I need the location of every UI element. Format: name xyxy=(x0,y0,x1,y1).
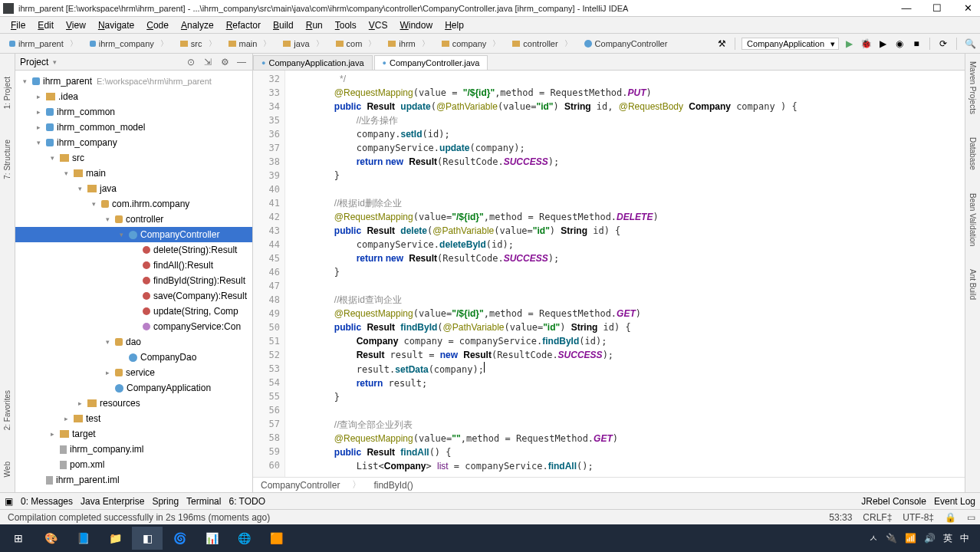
breadcrumb-item[interactable]: ihrm_parent xyxy=(3,37,84,51)
file-encoding[interactable]: UTF-8‡ xyxy=(903,512,934,523)
tree-node-findall---result[interactable]: findAll():Result xyxy=(15,258,252,273)
stop-button[interactable]: ■ xyxy=(909,37,923,51)
run-button[interactable]: ▶ xyxy=(842,37,856,51)
breadcrumb-item[interactable]: java xyxy=(277,37,329,51)
search-everywhere-button[interactable]: 🔍 xyxy=(963,37,977,51)
crumb-class[interactable]: CompanyController xyxy=(261,480,340,491)
update-button[interactable]: ⟳ xyxy=(936,37,950,51)
tree-node-ihrm-company[interactable]: ▾ihrm_company xyxy=(15,135,252,150)
menu-refactor[interactable]: Refactor xyxy=(220,18,267,32)
tool-window-quick-access-icon[interactable]: ▣ xyxy=(5,496,13,507)
tree-node-service[interactable]: ▸service xyxy=(15,365,252,380)
taskbar-app[interactable]: 📘 xyxy=(67,527,98,550)
code-editor[interactable]: */ @RequestMapping(value = "/${id}",meth… xyxy=(285,71,965,477)
tree-node-test[interactable]: ▸test xyxy=(15,411,252,426)
tree-node-companyservice-con[interactable]: companyService:Con xyxy=(15,319,252,334)
crumb-method[interactable]: findById() xyxy=(373,480,413,491)
tree-node-com-ihrm-company[interactable]: ▾com.ihrm.company xyxy=(15,196,252,212)
taskbar-app[interactable]: 🟧 xyxy=(261,527,291,550)
editor-tab[interactable]: ●CompanyController.java xyxy=(374,55,488,70)
menu-vcs[interactable]: VCS xyxy=(363,18,394,32)
settings-icon[interactable]: ⚙ xyxy=(219,56,231,68)
tool-database[interactable]: Database xyxy=(968,137,977,170)
insert-mode-icon[interactable]: 🔒 xyxy=(945,512,956,523)
taskbar-app[interactable]: 📊 xyxy=(196,527,227,550)
bottom-tool-todo[interactable]: 6: TODO xyxy=(229,496,265,507)
menu-code[interactable]: Code xyxy=(140,18,175,32)
tree-node-main[interactable]: ▾main xyxy=(15,166,252,181)
menu-build[interactable]: Build xyxy=(267,18,300,32)
tree-node-update-string--comp[interactable]: update(String, Comp xyxy=(15,304,252,319)
tree-node-target[interactable]: ▸target xyxy=(15,426,252,442)
taskbar-app[interactable]: 🌀 xyxy=(164,527,195,550)
tree-node-pom-xml[interactable]: pom.xml xyxy=(15,457,252,472)
tool-bean-validation[interactable]: Bean Validation xyxy=(968,193,977,246)
breadcrumb-item[interactable]: com xyxy=(330,37,383,51)
tree-node-dao[interactable]: ▾dao xyxy=(15,334,252,350)
collapse-all-icon[interactable]: ⇲ xyxy=(202,56,214,68)
menu-analyze[interactable]: Analyze xyxy=(175,18,220,32)
hide-icon[interactable]: — xyxy=(235,56,248,68)
run-configuration-selector[interactable]: CompanyApplication xyxy=(742,38,839,50)
caret-position[interactable]: 53:33 xyxy=(829,512,852,523)
breadcrumb-item[interactable]: controller xyxy=(506,37,577,51)
line-separator[interactable]: CRLF‡ xyxy=(863,512,892,523)
profile-button[interactable]: ◉ xyxy=(893,37,906,51)
tree-node-companycontroller[interactable]: ▾CompanyController xyxy=(15,227,252,242)
tool-favorites[interactable]: 2: Favorites xyxy=(3,390,12,430)
memory-indicator-icon[interactable]: ▭ xyxy=(967,512,975,523)
tree-node-controller[interactable]: ▾controller xyxy=(15,212,252,227)
tool-maven[interactable]: Maven Projects xyxy=(968,61,977,114)
system-tray[interactable]: ㅅ🔌📶🔊英中 xyxy=(869,532,977,545)
bottom-tool-javaenterprise[interactable]: Java Enterprise xyxy=(81,496,144,507)
breadcrumb-item[interactable]: ihrm_company xyxy=(84,37,174,51)
tree-node-resources[interactable]: ▸resources xyxy=(15,396,252,411)
taskbar-app-intellij[interactable]: ◧ xyxy=(132,527,163,550)
tool-ant-build[interactable]: Ant Build xyxy=(968,269,977,300)
tree-node-delete-string--result[interactable]: delete(String):Result xyxy=(15,242,252,258)
bottom-tool-spring[interactable]: Spring xyxy=(152,496,179,507)
menu-navigate[interactable]: Navigate xyxy=(92,18,140,32)
menu-file[interactable]: File xyxy=(5,18,31,32)
tree-node-ihrm-common[interactable]: ▸ihrm_common xyxy=(15,104,252,120)
taskbar-app[interactable]: 📁 xyxy=(100,527,130,550)
tree-node-save-company--result[interactable]: save(Company):Result xyxy=(15,288,252,304)
taskbar-app[interactable]: 🌐 xyxy=(229,527,259,550)
menu-window[interactable]: Window xyxy=(393,18,439,32)
build-icon[interactable]: ⚒ xyxy=(715,37,728,51)
breadcrumb-item[interactable]: ihrm xyxy=(382,37,435,51)
menu-tools[interactable]: Tools xyxy=(329,18,363,32)
tree-node-ihrm-common-model[interactable]: ▸ihrm_common_model xyxy=(15,120,252,135)
tree-node-companyapplication[interactable]: CompanyApplication xyxy=(15,380,252,396)
close-button[interactable]: ✕ xyxy=(959,2,977,15)
editor-tab[interactable]: ●CompanyApplication.java xyxy=(253,55,373,70)
tree-node-java[interactable]: ▾java xyxy=(15,181,252,196)
tree-node-companydao[interactable]: CompanyDao xyxy=(15,350,252,365)
breadcrumb-item[interactable]: company xyxy=(436,37,507,51)
tree-node-src[interactable]: ▾src xyxy=(15,150,252,166)
tree-node-ihrm-parent-iml[interactable]: ihrm_parent.iml xyxy=(15,472,252,488)
breadcrumb-item[interactable]: src xyxy=(174,37,222,51)
tree-node-ihrm-parent[interactable]: ▾ihrm_parentE:\workspace\hrm\ihrm_parent xyxy=(15,74,252,89)
tree-node--idea[interactable]: ▸.idea xyxy=(15,89,252,104)
menu-help[interactable]: Help xyxy=(439,18,470,32)
bottom-tool-messages[interactable]: 0: Messages xyxy=(21,496,73,507)
coverage-button[interactable]: ▶ xyxy=(876,37,890,51)
tool-structure[interactable]: 7: Structure xyxy=(3,140,12,179)
menu-run[interactable]: Run xyxy=(300,18,329,32)
taskbar-app[interactable]: 🎨 xyxy=(35,527,66,550)
tree-node-findbyid-string--result[interactable]: findById(String):Result xyxy=(15,273,252,288)
scroll-from-source-icon[interactable]: ⊙ xyxy=(185,56,197,68)
menu-view[interactable]: View xyxy=(60,18,92,32)
project-view-selector[interactable]: Project xyxy=(20,57,48,67)
breadcrumb-item[interactable]: CompanyController xyxy=(578,38,680,50)
start-button[interactable]: ⊞ xyxy=(3,527,34,550)
tool-project[interactable]: 1: Project xyxy=(3,77,12,109)
bottom-tool-jrebelconsole[interactable]: JRebel Console xyxy=(861,496,926,507)
tool-web[interactable]: Web xyxy=(3,462,12,477)
minimize-button[interactable]: — xyxy=(897,2,916,15)
debug-button[interactable]: 🐞 xyxy=(859,37,873,51)
breadcrumb-item[interactable]: main xyxy=(222,37,278,51)
project-tree[interactable]: ▾ihrm_parentE:\workspace\hrm\ihrm_parent… xyxy=(15,71,252,492)
menu-edit[interactable]: Edit xyxy=(31,18,60,32)
